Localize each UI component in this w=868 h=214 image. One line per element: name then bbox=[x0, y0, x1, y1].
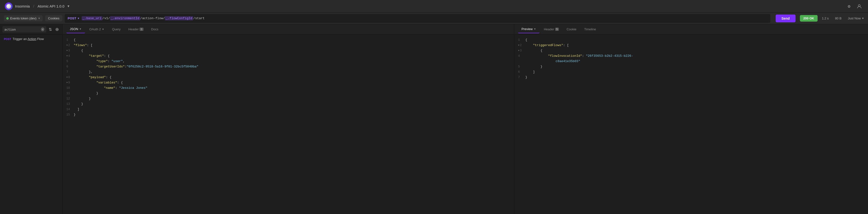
code-line-2: ▼2 "flows": [ bbox=[63, 43, 514, 48]
svg-point-0 bbox=[858, 5, 860, 6]
sidebar-search-bar: ✕ ⇅ ⊕ bbox=[0, 24, 62, 35]
code-content-15: } bbox=[74, 112, 510, 117]
code-content-12: } bbox=[74, 96, 510, 101]
code-content-5: "type": "user", bbox=[74, 59, 510, 64]
method-label: POST bbox=[68, 17, 76, 20]
method-selector[interactable]: POST ▼ bbox=[68, 17, 82, 20]
resp-content-4b: c8ae41e35b65" bbox=[525, 59, 864, 64]
resp-content-4: "flowInvocationId": "26f35653-b2b2-4315-… bbox=[525, 53, 864, 59]
tab-timeline-label: Timeline bbox=[584, 27, 596, 31]
tab-json-arrow: ▼ bbox=[79, 28, 82, 30]
project-dropdown[interactable]: ▼ bbox=[67, 4, 70, 8]
code-content-7: }, bbox=[74, 70, 510, 75]
code-content-6: "targetUserIds":"0f6250c2-9518-5a16-9f01… bbox=[74, 64, 510, 70]
resp-line-2: ▼2 "triggeredFlows": [ bbox=[514, 43, 868, 48]
resp-content-5: } bbox=[525, 64, 864, 70]
sort-button[interactable]: ⇅ bbox=[48, 27, 53, 32]
response-code-area: 1 { ▼2 "triggeredFlows": [ ▼3 { 4 "flowI… bbox=[514, 34, 868, 214]
code-line-11: 11 } bbox=[63, 91, 514, 96]
code-line-15: 15 } bbox=[63, 112, 514, 117]
url-action-flow: /action-flow/ bbox=[140, 17, 165, 20]
line-num-15: 15 bbox=[66, 112, 74, 117]
tab-header[interactable]: Header 1 bbox=[125, 25, 147, 33]
code-content-14: ] bbox=[74, 107, 510, 112]
resp-line-num-1: 1 bbox=[518, 37, 525, 43]
tab-preview-arrow: ▼ bbox=[534, 28, 536, 30]
size-badge: 80 B bbox=[833, 17, 843, 20]
url-base-url: _.base_url bbox=[82, 16, 102, 20]
search-clear-button[interactable]: ✕ bbox=[41, 27, 44, 31]
tab-oauth2-label: OAuth 2 bbox=[89, 27, 101, 31]
tab-docs[interactable]: Docs bbox=[148, 25, 162, 33]
code-line-9: ▼9 "variables": { bbox=[63, 80, 514, 85]
code-line-3: ▼3 { bbox=[63, 48, 514, 53]
tab-preview[interactable]: Preview ▼ bbox=[518, 25, 539, 33]
resp-line-4: 4 "flowInvocationId": "26f35653-b2b2-431… bbox=[514, 53, 868, 59]
code-content-2: "flows": [ bbox=[74, 43, 510, 48]
tab-preview-label: Preview bbox=[522, 27, 533, 31]
resp-content-3: { bbox=[525, 48, 864, 53]
response-panel: Preview ▼ Header 5 Cookie Timeline 1 { ▼… bbox=[514, 24, 868, 214]
resp-line-1: 1 { bbox=[514, 37, 868, 43]
search-input[interactable] bbox=[4, 28, 39, 31]
request-tab-bar: JSON ▼ OAuth 2 ▼ Query Header 1 Docs bbox=[63, 24, 514, 34]
code-line-13: 13 } bbox=[63, 101, 514, 107]
timestamp[interactable]: Just Now ▼ bbox=[848, 17, 864, 20]
request-code-area: 1 { ▼2 "flows": [ ▼3 { ▼4 "target": { 5 bbox=[63, 34, 514, 214]
line-num-2: ▼2 bbox=[66, 43, 74, 48]
tab-response-header-badge: 5 bbox=[555, 28, 559, 31]
resp-line-num-7: 7 bbox=[518, 75, 525, 80]
main-layout: ✕ ⇅ ⊕ POST Trigger an Action Flow JSON ▼… bbox=[0, 24, 868, 214]
resp-line-7: 7 } bbox=[514, 75, 868, 80]
line-num-5: 5 bbox=[66, 59, 74, 64]
app-logo bbox=[5, 2, 12, 10]
cookies-button[interactable]: Cookies bbox=[45, 15, 62, 21]
resp-line-num-4: 4 bbox=[518, 53, 525, 59]
sidebar-item-method: POST bbox=[4, 37, 11, 41]
line-num-1: 1 bbox=[66, 37, 74, 43]
second-bar: Events token (dev) ▼ Cookies POST ▼ _.ba… bbox=[0, 12, 868, 24]
env-dot bbox=[6, 17, 9, 20]
app-name: Insomnia bbox=[15, 4, 30, 8]
line-num-11: 11 bbox=[66, 91, 74, 96]
send-button[interactable]: Send bbox=[776, 15, 796, 22]
resp-line-num-2: ▼2 bbox=[518, 43, 525, 48]
line-num-9: ▼9 bbox=[66, 80, 74, 85]
code-line-12: 12 } bbox=[63, 96, 514, 101]
line-num-12: 12 bbox=[66, 96, 74, 101]
code-content-9: "variables": { bbox=[74, 80, 510, 85]
url-flow-config-id: _.flowConfigId bbox=[165, 16, 193, 20]
timestamp-label: Just Now bbox=[848, 17, 861, 20]
resp-line-num-6: 6 bbox=[518, 70, 525, 75]
sidebar-item-label: Trigger an Action Flow bbox=[12, 37, 44, 41]
method-arrow: ▼ bbox=[77, 17, 80, 20]
resp-line-num-3: ▼3 bbox=[518, 48, 525, 53]
tab-json[interactable]: JSON ▼ bbox=[66, 25, 85, 33]
resp-content-6: ] bbox=[525, 70, 864, 75]
tab-cookie[interactable]: Cookie bbox=[563, 25, 580, 33]
tab-response-header-label: Header bbox=[544, 27, 554, 31]
tab-query[interactable]: Query bbox=[108, 25, 124, 33]
code-line-4: ▼4 "target": { bbox=[63, 53, 514, 59]
code-line-1: 1 { bbox=[63, 37, 514, 43]
tab-query-label: Query bbox=[112, 27, 120, 31]
line-num-6: 6 bbox=[66, 64, 74, 70]
settings-icon[interactable]: ⚙ bbox=[845, 2, 853, 10]
code-content-11: } bbox=[74, 91, 510, 96]
code-content-3: { bbox=[74, 48, 510, 53]
sidebar-item-trigger-action-flow[interactable]: POST Trigger an Action Flow bbox=[0, 35, 62, 43]
tab-timeline[interactable]: Timeline bbox=[581, 25, 599, 33]
env-selector[interactable]: Events token (dev) ▼ bbox=[4, 15, 43, 21]
add-request-button[interactable]: ⊕ bbox=[54, 26, 60, 32]
resp-content-2: "triggeredFlows": [ bbox=[525, 43, 864, 48]
resp-content-1: { bbox=[525, 37, 864, 43]
time-badge: 1.2 s bbox=[820, 17, 831, 20]
code-line-8: ▼8 "payload": { bbox=[63, 75, 514, 80]
tab-oauth2[interactable]: OAuth 2 ▼ bbox=[86, 25, 108, 33]
status-badge: 200 OK bbox=[800, 15, 817, 22]
line-num-10: 10 bbox=[66, 85, 74, 91]
user-icon[interactable] bbox=[856, 2, 863, 10]
code-line-7: 7 }, bbox=[63, 70, 514, 75]
tab-oauth2-arrow: ▼ bbox=[102, 28, 104, 31]
tab-response-header[interactable]: Header 5 bbox=[540, 25, 562, 33]
